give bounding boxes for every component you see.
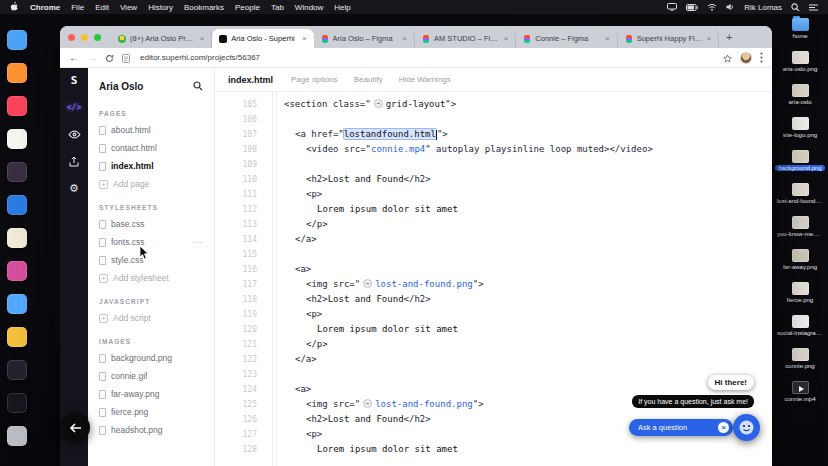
editor-action-page-options[interactable]: Page options [291, 75, 338, 84]
sidebar-item-background.png[interactable]: background.png [99, 353, 203, 363]
sidebar-item-headshot.png[interactable]: headshot.png [99, 425, 203, 435]
dock-icon-sketch[interactable] [7, 327, 27, 347]
code-line[interactable]: 105<section class="grid-layout"> [215, 97, 772, 112]
notification-center-icon[interactable] [809, 4, 818, 11]
chat-close-icon[interactable]: × [718, 422, 729, 433]
tab-close-icon[interactable]: × [605, 35, 610, 43]
back-button[interactable] [61, 413, 90, 442]
code-line[interactable]: 121</p> [215, 337, 772, 352]
tab-close-icon[interactable]: × [402, 35, 407, 43]
tab-close-icon[interactable]: × [706, 35, 711, 43]
code-view-icon[interactable]: </> [67, 101, 81, 114]
bookmark-star-icon[interactable] [723, 49, 732, 67]
code-line[interactable]: 113</p> [215, 217, 772, 232]
sidebar-item-far-away.png[interactable]: far-away.png [99, 389, 203, 399]
code-line[interactable]: 106 [215, 112, 772, 127]
tab-close-icon[interactable]: × [302, 35, 307, 43]
profile-avatar[interactable] [740, 52, 752, 64]
item-menu-icon[interactable]: ··· [192, 238, 203, 247]
menu-people[interactable]: People [235, 3, 260, 12]
desktop-icon-aria-oslo.png[interactable]: aria-oslo.png [773, 51, 827, 72]
sidebar-item-base.css[interactable]: base.css [99, 219, 203, 229]
back-icon[interactable]: ← [69, 53, 79, 63]
desktop-icon-site-logo.png[interactable]: site-logo.png [773, 117, 827, 138]
preview-eye-icon[interactable] [68, 128, 81, 141]
tab-close-icon[interactable]: × [504, 35, 509, 43]
display-icon[interactable] [667, 3, 677, 11]
sidebar-add-page[interactable]: +Add page [99, 179, 203, 189]
dock-icon-slack[interactable] [7, 162, 27, 182]
volume-icon[interactable] [726, 3, 735, 11]
desktop-icon-background.png[interactable]: background.png [773, 150, 827, 171]
code-line[interactable]: 123 [215, 367, 772, 382]
publish-upload-icon[interactable] [69, 155, 79, 168]
editor-action-hide-warnings[interactable]: Hide Warnings [399, 75, 451, 84]
code-line[interactable]: 112Lorem ipsum dolor sit amet [215, 202, 772, 217]
sidebar-add-script[interactable]: +Add script [99, 313, 203, 323]
browser-menu-icon[interactable] [760, 49, 763, 67]
browser-tab[interactable]: Aria Oslo – Figma× [314, 29, 415, 48]
code-line[interactable]: 117<img src="lost-and-found.png"> [215, 277, 772, 292]
browser-tab[interactable]: Connie – Figma× [516, 29, 617, 48]
dock-icon-photos[interactable] [7, 228, 27, 248]
menu-help[interactable]: Help [334, 3, 350, 12]
code-line[interactable]: 109 [215, 157, 772, 172]
code-line[interactable]: 114</a> [215, 232, 772, 247]
chat-avatar-button[interactable] [733, 414, 760, 441]
dock-icon-terminal[interactable] [7, 393, 27, 413]
address-bar[interactable]: editor.superhi.com/projects/56367 [140, 53, 260, 62]
menu-edit[interactable]: Edit [95, 3, 109, 12]
dock-icon-firefox[interactable] [7, 63, 27, 83]
close-window-button[interactable] [68, 34, 75, 41]
code-line[interactable]: 119<p> [215, 307, 772, 322]
reload-icon[interactable] [105, 49, 114, 67]
menu-file[interactable]: File [71, 3, 84, 12]
code-line[interactable]: 110<h2>Lost and Found</h2> [215, 172, 772, 187]
battery-icon[interactable] [686, 4, 698, 11]
sidebar-item-about.html[interactable]: about.html [99, 125, 203, 135]
new-tab-button[interactable]: + [726, 32, 732, 43]
code-line[interactable]: 108<video src="connie.mp4" autoplay play… [215, 142, 772, 157]
dock-icon-finder[interactable] [7, 30, 27, 50]
desktop-icon-home[interactable]: home [773, 18, 827, 39]
sidebar-add-stylesheet[interactable]: +Add stylesheet [99, 273, 203, 283]
sidebar-item-fierce.png[interactable]: fierce.png [99, 407, 203, 417]
browser-tab[interactable]: Aria Oslo - Superhi× [212, 29, 313, 48]
browser-tab[interactable]: AM STUDIO – Figma× [415, 29, 516, 48]
browser-tab[interactable]: Superhi Happy Flowers – Figma× [618, 29, 719, 48]
menubar-username[interactable]: Rik Lomas [744, 3, 782, 12]
dock-icon-messages[interactable] [7, 294, 27, 314]
sidebar-item-index.html[interactable]: index.html [99, 161, 203, 171]
menu-tab[interactable]: Tab [271, 3, 284, 12]
settings-gear-icon[interactable]: ⚙ [69, 182, 79, 195]
sidebar-item-style.css[interactable]: style.css [99, 255, 203, 265]
desktop-icon-aria-oslo[interactable]: aria-oslo [773, 84, 827, 105]
dock-icon-music[interactable] [7, 96, 27, 116]
apple-menu-icon[interactable] [10, 1, 19, 14]
sidebar-item-contact.html[interactable]: contact.html [99, 143, 203, 153]
code-line[interactable]: 116<a> [215, 262, 772, 277]
code-line[interactable]: 115 [215, 247, 772, 262]
desktop-icon-fierce.png[interactable]: fierce.png [773, 282, 827, 303]
dock-icon-notes[interactable] [7, 129, 27, 149]
menu-window[interactable]: Window [295, 3, 323, 12]
browser-tab[interactable]: (8+) Aria Oslo Project× [111, 29, 212, 48]
minimize-window-button[interactable] [81, 34, 88, 41]
sidebar-item-connie.gif[interactable]: connie.gif [99, 371, 203, 381]
search-icon[interactable] [193, 77, 203, 95]
forward-icon[interactable]: → [87, 53, 97, 63]
code-line[interactable]: 111<p> [215, 187, 772, 202]
desktop-icon-far-away.png[interactable]: far-away.png [773, 249, 827, 270]
wifi-icon[interactable] [707, 3, 717, 11]
chat-input[interactable]: Ask a question × [629, 419, 733, 436]
spotlight-icon[interactable] [791, 3, 800, 12]
tab-close-icon[interactable]: × [200, 35, 205, 43]
code-line[interactable]: 118<h2>Lost and Found</h2> [215, 292, 772, 307]
code-line[interactable]: 128Lorem ipsum dolor sit amet [215, 442, 772, 457]
menu-chrome[interactable]: Chrome [30, 3, 60, 12]
menu-view[interactable]: View [120, 3, 137, 12]
desktop-icon-you-know-me.png[interactable]: you-know-me.png [773, 216, 827, 237]
editor-action-beautify[interactable]: Beautify [354, 75, 383, 84]
menu-history[interactable]: History [148, 3, 173, 12]
desktop-icon-social-instagram.png[interactable]: social-instagram.png [773, 315, 827, 336]
